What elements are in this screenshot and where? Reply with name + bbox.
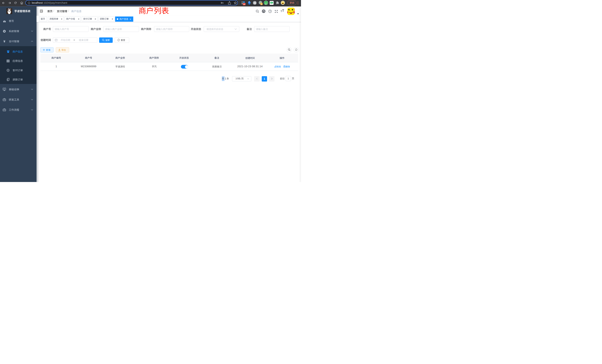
svg-text:y: y [265,1,267,4]
svg-text:?: ? [269,10,271,12]
svg-text:10: 10 [243,3,245,5]
svg-text:1: 1 [261,3,262,5]
